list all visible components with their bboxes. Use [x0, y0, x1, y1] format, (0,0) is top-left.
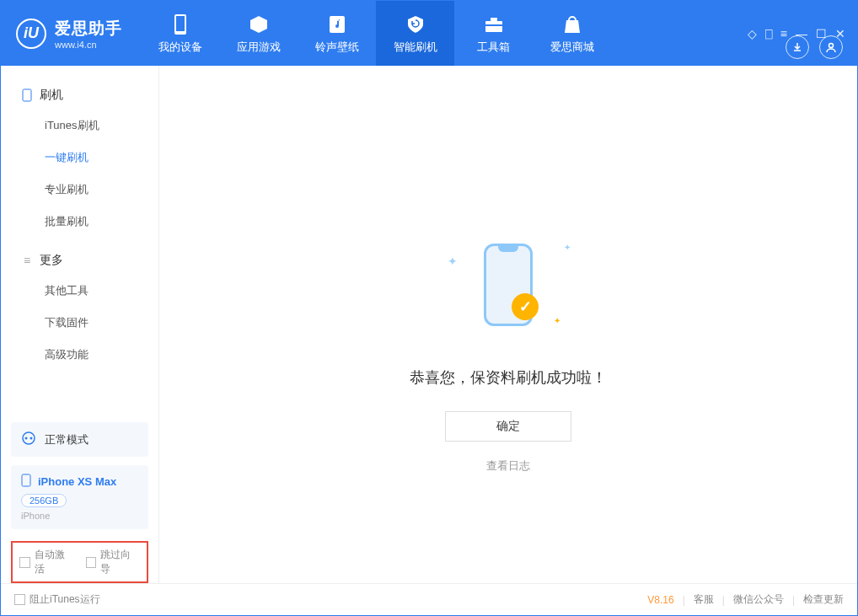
- check-badge-icon: ✓: [512, 293, 539, 320]
- support-link[interactable]: 客服: [694, 592, 714, 607]
- tab-my-device[interactable]: 我的设备: [141, 1, 219, 66]
- feedback-icon[interactable]: ⎕: [765, 27, 772, 40]
- svg-rect-11: [22, 474, 30, 486]
- tab-ringtones-wallpapers[interactable]: 铃声壁纸: [298, 1, 376, 66]
- mode-label: 正常模式: [45, 432, 88, 447]
- skin-icon[interactable]: ◇: [748, 27, 757, 40]
- device-type-label: iPhone: [21, 511, 138, 521]
- device-capacity-badge: 256GB: [21, 494, 67, 507]
- svg-rect-3: [485, 21, 502, 32]
- list-icon: ≡: [21, 254, 33, 266]
- svg-point-6: [829, 44, 834, 48]
- app-header: iU 爱思助手 www.i4.cn 我的设备 应用游戏 铃声壁纸 智能刷机 工具…: [1, 1, 857, 66]
- svg-point-8: [23, 432, 35, 444]
- nav-tabs: 我的设备 应用游戏 铃声壁纸 智能刷机 工具箱 爱思商城: [141, 1, 611, 66]
- version-label: V8.16: [647, 594, 673, 606]
- tab-apps-games[interactable]: 应用游戏: [219, 1, 298, 66]
- bag-icon: [563, 13, 582, 36]
- sidebar-item-oneclick-flash[interactable]: 一键刷机: [1, 142, 158, 174]
- check-update-link[interactable]: 检查更新: [803, 592, 844, 607]
- device-card[interactable]: iPhone XS Max 256GB iPhone: [11, 465, 148, 529]
- sidebar-item-other-tools[interactable]: 其他工具: [1, 275, 158, 307]
- ok-button[interactable]: 确定: [445, 411, 571, 442]
- logo-block: iU 爱思助手 www.i4.cn: [1, 18, 141, 50]
- refresh-icon: [21, 431, 36, 448]
- main-content: ✦ ✦ ✦ ✓ 恭喜您，保资料刷机成功啦！ 确定 查看日志: [159, 66, 857, 583]
- svg-point-10: [30, 437, 33, 440]
- header-right: ◇ ⎕ ≡ — ☐ ✕: [748, 27, 857, 40]
- svg-rect-7: [23, 89, 31, 101]
- cube-icon: [249, 13, 269, 36]
- tab-smart-flash[interactable]: 智能刷机: [376, 1, 454, 66]
- success-illustration: ✦ ✦ ✦ ✓: [441, 234, 576, 335]
- sidebar-item-advanced[interactable]: 高级功能: [1, 339, 158, 371]
- checkbox-skip-guide[interactable]: 跳过向导: [86, 548, 141, 576]
- svg-point-9: [25, 437, 28, 440]
- activation-options-highlight: 自动激活 跳过向导: [11, 541, 148, 583]
- music-note-icon: [328, 13, 346, 36]
- sidebar-section-more: ≡ 更多: [1, 246, 158, 275]
- tab-store[interactable]: 爱思商城: [533, 1, 611, 66]
- checkbox-auto-activate[interactable]: 自动激活: [19, 548, 74, 576]
- sidebar-section-flash: 刷机: [1, 81, 158, 110]
- phone-icon: [172, 13, 189, 36]
- svg-rect-1: [176, 16, 185, 31]
- checkbox-block-itunes[interactable]: 阻止iTunes运行: [14, 592, 100, 607]
- device-phone-icon: [21, 474, 31, 490]
- download-button[interactable]: [786, 35, 809, 59]
- phone-outline-icon: [21, 89, 33, 101]
- sidebar-item-pro-flash[interactable]: 专业刷机: [1, 174, 158, 206]
- success-message: 恭喜您，保资料刷机成功啦！: [410, 367, 607, 388]
- sidebar-item-itunes-flash[interactable]: iTunes刷机: [1, 110, 158, 142]
- shield-refresh-icon: [405, 13, 426, 36]
- svg-rect-5: [485, 24, 502, 26]
- logo-icon: iU: [16, 19, 46, 49]
- device-name-label: iPhone XS Max: [38, 475, 116, 488]
- app-subtitle: www.i4.cn: [55, 40, 122, 50]
- status-bar: 阻止iTunes运行 V8.16 | 客服 | 微信公众号 | 检查更新: [1, 583, 857, 615]
- tab-toolbox[interactable]: 工具箱: [454, 1, 533, 66]
- mode-card[interactable]: 正常模式: [11, 422, 148, 457]
- sidebar: 刷机 iTunes刷机 一键刷机 专业刷机 批量刷机 ≡ 更多 其他工具 下载固…: [1, 66, 159, 583]
- wechat-link[interactable]: 微信公众号: [733, 592, 784, 607]
- view-log-link[interactable]: 查看日志: [486, 458, 530, 474]
- toolbox-icon: [484, 13, 504, 36]
- svg-rect-4: [491, 18, 497, 21]
- app-title: 爱思助手: [55, 18, 122, 40]
- sidebar-item-batch-flash[interactable]: 批量刷机: [1, 206, 158, 238]
- user-button[interactable]: [819, 35, 843, 59]
- sidebar-item-download-firmware[interactable]: 下载固件: [1, 307, 158, 339]
